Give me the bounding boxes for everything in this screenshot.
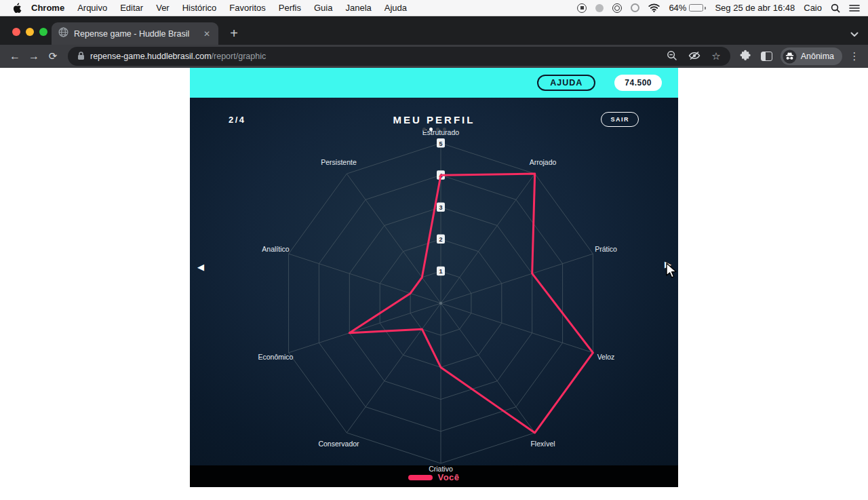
list-icon[interactable]	[849, 4, 860, 12]
minimize-window-button[interactable]	[26, 28, 34, 36]
axis-label-veloz: Veloz	[597, 353, 615, 361]
carousel-dots	[190, 128, 678, 131]
menu-item-chrome[interactable]: Chrome	[31, 3, 64, 13]
new-tab-button[interactable]: +	[224, 23, 244, 43]
forward-button[interactable]: →	[24, 47, 43, 66]
back-button[interactable]: ←	[5, 47, 24, 66]
page-viewport: AJUDA 74.500 2/4 MEU PERFIL SAIR ◀ ▶ 123…	[0, 68, 868, 500]
menubar-clock[interactable]: Seg 25 de abr 16:48	[715, 3, 795, 13]
legend-you-label: Você	[437, 472, 459, 482]
radar-spoke-econômico	[289, 303, 441, 353]
score-badge: 74.500	[614, 75, 662, 91]
url-path: /report/graphic	[212, 52, 267, 61]
axis-label-arrojado: Arrojado	[530, 158, 557, 166]
carousel-dot-3[interactable]	[436, 128, 439, 131]
close-window-button[interactable]	[12, 28, 20, 36]
menu-item-editar[interactable]: Editar	[120, 3, 143, 13]
axis-label-flexível: Flexível	[530, 440, 555, 448]
axis-label-persistente: Persistente	[321, 158, 357, 166]
radar-chart: 12345EstruturadoArrojadoPráticoVelozFlex…	[190, 98, 678, 487]
url-text: repense-game.huddlebrasil.com/report/gra…	[90, 52, 266, 61]
menubar-status: 64% Seg 25 de abr 16:48 Caio	[577, 3, 860, 13]
radar-spoke-analítico	[289, 254, 441, 303]
carousel-dot-1[interactable]	[422, 128, 426, 131]
extensions-puzzle-icon[interactable]	[740, 50, 751, 64]
menu-item-guia[interactable]: Guia	[314, 3, 332, 13]
creative-cloud-icon[interactable]	[631, 3, 639, 12]
zoom-window-button[interactable]	[39, 28, 47, 36]
chrome-menu-kebab-icon[interactable]: ⋮	[846, 50, 863, 62]
incognito-icon	[783, 50, 797, 64]
address-bar[interactable]: repense-game.huddlebrasil.com/report/gra…	[68, 47, 730, 66]
wifi-icon[interactable]	[648, 3, 660, 12]
screen: ChromeArquivoEditarVerHistóricoFavoritos…	[0, 0, 868, 500]
radar-spoke-flexível	[441, 303, 535, 433]
window-controls	[12, 28, 47, 36]
menu-item-janela[interactable]: Janela	[345, 3, 371, 13]
tab-strip: Repense game - Huddle Brasil ✕ +	[0, 16, 868, 45]
axis-label-analítico: Analítico	[262, 245, 289, 253]
tick-label-5: 5	[439, 140, 442, 147]
carousel-dot-4[interactable]	[443, 128, 446, 131]
record-indicator-icon[interactable]	[577, 3, 587, 13]
browser-tab[interactable]: Repense game - Huddle Brasil ✕	[52, 22, 218, 45]
chart-legend: Você	[190, 472, 678, 482]
omnibox-actions: ☆	[667, 50, 720, 63]
radar-spoke-conservador	[347, 303, 441, 433]
exit-button[interactable]: SAIR	[601, 112, 639, 127]
tab-search-chevron-icon[interactable]	[850, 28, 859, 40]
carousel-dot-2[interactable]	[429, 128, 433, 131]
profile-name: Anônima	[801, 52, 834, 61]
zoom-out-icon[interactable]	[667, 50, 677, 63]
tick-label-3: 3	[439, 204, 442, 211]
lock-icon	[77, 51, 85, 62]
url-domain: repense-game.huddlebrasil.com	[90, 52, 212, 61]
tab-close-icon[interactable]: ✕	[202, 29, 212, 39]
menu-item-ver[interactable]: Ver	[156, 3, 170, 13]
battery-indicator[interactable]: 64%	[669, 3, 706, 13]
gray-dot-icon[interactable]	[595, 4, 604, 12]
menubar-items: ChromeArquivoEditarVerHistóricoFavoritos…	[31, 3, 420, 13]
axis-label-conservador: Conservador	[318, 440, 359, 448]
carousel-prev-arrow[interactable]: ◀	[197, 263, 204, 271]
tick-label-1: 1	[439, 268, 442, 275]
radar-spoke-prático	[441, 254, 593, 303]
site-content: AJUDA 74.500 2/4 MEU PERFIL SAIR ◀ ▶ 123…	[190, 68, 678, 487]
menu-item-favoritos[interactable]: Favoritos	[229, 3, 265, 13]
side-panel-icon[interactable]	[761, 52, 772, 61]
reload-button[interactable]: ⟳	[43, 47, 62, 66]
incognito-profile-chip[interactable]: Anônima	[781, 47, 842, 65]
radar-spoke-arrojado	[441, 174, 535, 303]
menu-item-ajuda[interactable]: Ajuda	[384, 3, 407, 13]
report-section: 2/4 MEU PERFIL SAIR ◀ ▶ 12345Estruturado…	[190, 98, 678, 487]
mouse-cursor	[665, 263, 678, 279]
battery-percent: 64%	[669, 3, 686, 13]
legend-you-swatch	[408, 475, 433, 480]
toolbar-extensions	[740, 50, 772, 64]
bookmark-star-icon[interactable]: ☆	[711, 50, 720, 62]
browser-toolbar: ← → ⟳ repense-game.huddlebrasil.com/repo…	[0, 45, 868, 68]
site-header-bar: AJUDA 74.500	[190, 68, 678, 98]
tab-favicon-globe-icon	[58, 27, 68, 40]
help-button[interactable]: AJUDA	[537, 75, 595, 91]
radar-spoke-veloz	[441, 303, 593, 353]
menu-item-perfis[interactable]: Perfis	[279, 3, 301, 13]
axis-label-prático: Prático	[595, 245, 617, 253]
tab-title: Repense game - Huddle Brasil	[74, 29, 197, 39]
axis-label-econômico: Econômico	[258, 353, 294, 361]
menu-item-histórico[interactable]: Histórico	[182, 3, 217, 13]
target-icon[interactable]	[612, 3, 622, 13]
battery-icon	[689, 4, 703, 12]
macos-menubar: ChromeArquivoEditarVerHistóricoFavoritos…	[0, 0, 868, 16]
spotlight-icon[interactable]	[831, 3, 840, 13]
tick-label-2: 2	[439, 236, 442, 243]
radar-center-dot	[439, 302, 442, 305]
menubar-username[interactable]: Caio	[804, 3, 822, 13]
radar-spoke-persistente	[347, 174, 441, 303]
eye-off-icon[interactable]	[688, 51, 701, 62]
menu-item-arquivo[interactable]: Arquivo	[77, 3, 107, 13]
apple-menu-icon[interactable]	[12, 3, 22, 14]
